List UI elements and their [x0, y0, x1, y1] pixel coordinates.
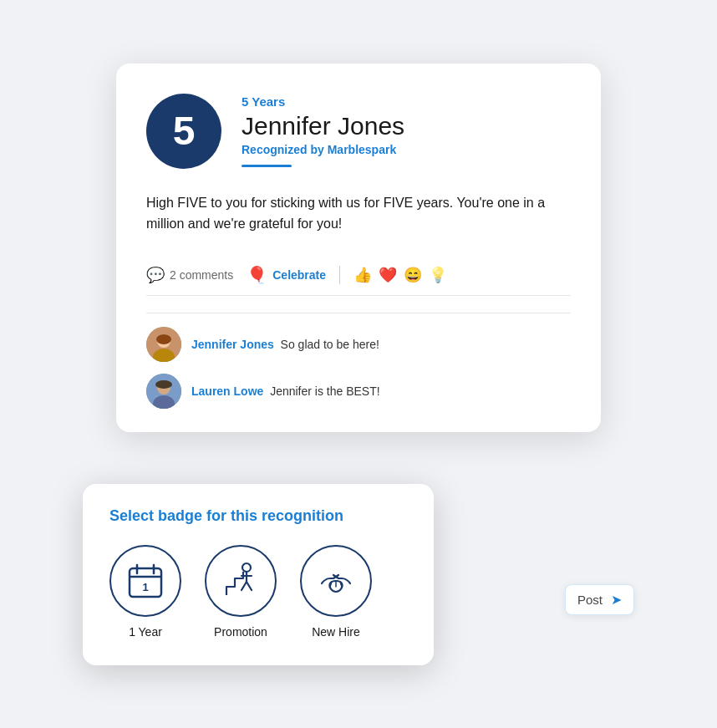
- celebrate-button[interactable]: 🎈 Celebrate: [247, 265, 326, 285]
- avatar-lauren-svg: [146, 374, 181, 409]
- years-label: 5 Years: [242, 94, 404, 109]
- badge-circle-promotion: [205, 545, 277, 617]
- badge-label-1year: 1 Year: [129, 625, 162, 639]
- celebrate-label: Celebrate: [272, 268, 326, 282]
- scene: 5 5 Years Jennifer Jones Recognized by M…: [83, 64, 634, 665]
- svg-line-16: [242, 582, 247, 590]
- badge-popup: Select badge for this recognition 1 1 Ye…: [83, 484, 434, 665]
- badges-row: 1 1 Year: [109, 545, 407, 639]
- years-number: 5: [173, 111, 196, 151]
- badge-circle-1year: 1: [109, 545, 181, 617]
- svg-line-17: [247, 582, 252, 590]
- underline-bar: [242, 165, 292, 167]
- svg-point-13: [242, 563, 251, 572]
- comment-author-lauren: Lauren Lowe: [191, 384, 263, 398]
- reactions-row: 💬 2 comments 🎈 Celebrate 👍 ❤️ 😄 💡: [146, 255, 571, 296]
- comments-count: 2 comments: [170, 268, 233, 282]
- comment-bubble-icon: 💬: [146, 266, 165, 284]
- recognized-by-name: Marblespark: [328, 143, 396, 156]
- svg-point-3: [156, 334, 171, 344]
- person-name: Jennifer Jones: [242, 112, 404, 140]
- reaction-icons: 👍 ❤️ 😄 💡: [353, 266, 447, 284]
- thumbs-up-icon[interactable]: 👍: [353, 266, 372, 284]
- years-avatar: 5: [146, 94, 221, 169]
- recognition-card: 5 5 Years Jennifer Jones Recognized by M…: [116, 64, 601, 432]
- badge-item-1year[interactable]: 1 1 Year: [109, 545, 181, 639]
- card-header: 5 5 Years Jennifer Jones Recognized by M…: [146, 94, 571, 169]
- comment-row: Jennifer Jones So glad to be here!: [146, 327, 571, 362]
- message-text: High FIVE to you for sticking with us fo…: [146, 192, 571, 235]
- post-area: Post ➤: [565, 584, 634, 615]
- heart-icon[interactable]: ❤️: [379, 266, 397, 284]
- avatar-jennifer: [146, 327, 181, 362]
- comments-button[interactable]: 💬 2 comments: [146, 266, 233, 284]
- post-label: Post: [577, 593, 603, 607]
- badge-popup-title: Select badge for this recognition: [109, 507, 407, 525]
- svg-text:1: 1: [142, 581, 148, 593]
- avatar-jennifer-svg: [146, 327, 181, 362]
- comment-text-jennifer: Jennifer Jones So glad to be here!: [191, 338, 379, 351]
- laugh-icon[interactable]: 😄: [404, 266, 422, 284]
- comment-row-lauren: Lauren Lowe Jennifer is the BEST!: [146, 374, 571, 409]
- recognized-by-prefix: Recognized by: [242, 143, 328, 156]
- svg-point-7: [155, 380, 172, 389]
- badge-icon-newhire-svg: [315, 560, 357, 602]
- bulb-icon[interactable]: 💡: [429, 266, 447, 284]
- comment-author-jennifer: Jennifer Jones: [191, 338, 274, 351]
- card-info: 5 Years Jennifer Jones Recognized by Mar…: [242, 94, 404, 167]
- badge-circle-newhire: [300, 545, 372, 617]
- avatar-lauren: [146, 374, 181, 409]
- vertical-divider: [339, 266, 340, 284]
- badge-label-promotion: Promotion: [214, 625, 267, 639]
- badge-icon-promotion-svg: [220, 560, 262, 602]
- comments-section: Jennifer Jones So glad to be here! Laure…: [146, 327, 571, 409]
- post-send-icon[interactable]: ➤: [611, 592, 622, 608]
- badge-item-newhire[interactable]: New Hire: [300, 545, 372, 639]
- badge-item-promotion[interactable]: Promotion: [205, 545, 277, 639]
- horizontal-divider: [146, 313, 571, 313]
- celebrate-icon: 🎈: [247, 265, 267, 285]
- recognized-by: Recognized by Marblespark: [242, 143, 404, 156]
- badge-label-newhire: New Hire: [312, 625, 360, 639]
- badge-icon-1year-svg: 1: [125, 560, 166, 602]
- comment-text-lauren: Lauren Lowe Jennifer is the BEST!: [191, 384, 380, 398]
